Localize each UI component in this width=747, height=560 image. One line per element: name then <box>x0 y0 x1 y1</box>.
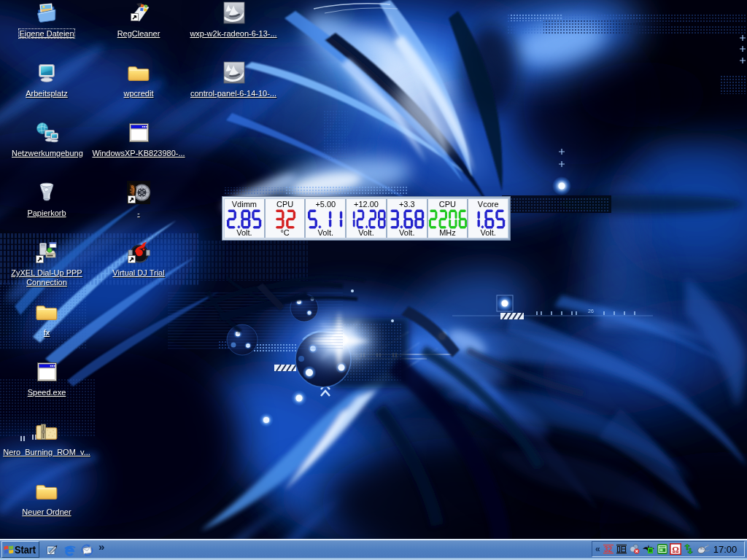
svg-text:Ω: Ω <box>672 545 679 555</box>
svg-text:32: 32 <box>604 545 613 553</box>
svg-text:26: 26 <box>588 308 594 314</box>
